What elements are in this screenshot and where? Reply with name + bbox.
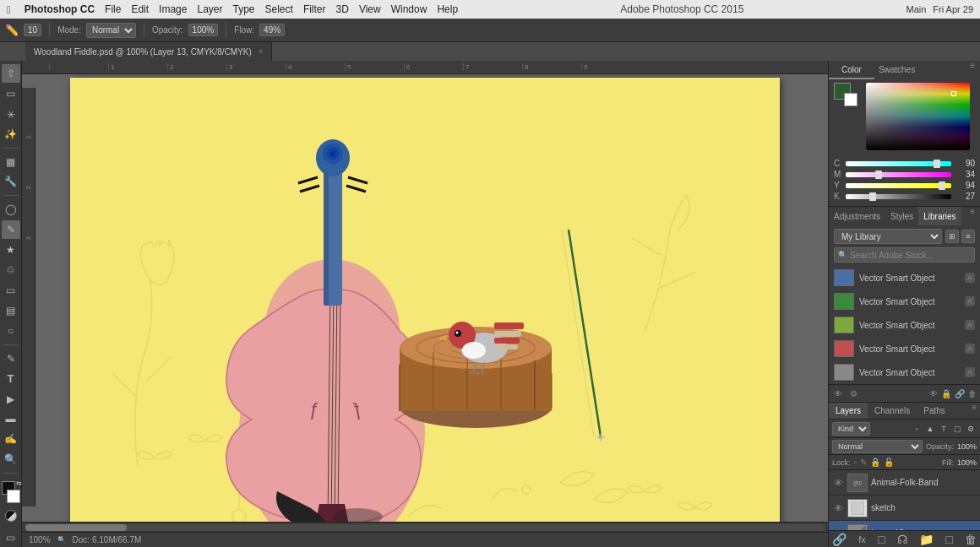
- filter-smart-icon[interactable]: ⚙: [965, 423, 977, 435]
- menu-filter[interactable]: Filter: [303, 3, 326, 15]
- lib-grid-view-icon[interactable]: ⊞: [945, 230, 959, 243]
- lib-hide-icon[interactable]: 👁: [929, 389, 938, 398]
- layer-mask-icon[interactable]: □: [878, 533, 885, 546]
- scroll-thumb-h[interactable]: [25, 524, 127, 531]
- m-slider-track[interactable]: [846, 172, 951, 177]
- tool-lasso[interactable]: ⚹: [2, 105, 20, 123]
- tool-history[interactable]: ♲: [2, 261, 20, 279]
- filter-adj-icon[interactable]: ▲: [924, 423, 936, 435]
- layer-fx-icon[interactable]: fx: [858, 534, 866, 544]
- flow-value[interactable]: 49%: [259, 24, 285, 36]
- layer-eye-group[interactable]: 👁: [832, 478, 844, 488]
- tool-zoom[interactable]: 🔍: [2, 450, 20, 468]
- tab-color[interactable]: Color: [829, 61, 874, 79]
- tool-hand[interactable]: ✍: [2, 430, 20, 448]
- tool-crop[interactable]: ▦: [2, 153, 20, 171]
- y-slider-handle[interactable]: [939, 181, 945, 190]
- layer-kind-select[interactable]: Kind: [832, 422, 870, 436]
- layer-row-sketch[interactable]: 👁 sketch: [829, 496, 980, 521]
- lib-lock-icon[interactable]: 🔒: [941, 389, 951, 398]
- menu-window[interactable]: Window: [391, 3, 427, 15]
- menu-type[interactable]: Type: [233, 3, 255, 15]
- brush-size[interactable]: 10: [24, 24, 41, 36]
- k-slider-handle[interactable]: [869, 192, 876, 201]
- layer-adjustment-icon[interactable]: ☊: [897, 533, 907, 546]
- tool-pen[interactable]: ✎: [2, 349, 20, 368]
- filter-pixel-icon[interactable]: ▫: [911, 423, 923, 435]
- tool-dodge[interactable]: ○: [2, 322, 20, 340]
- tab-swatches[interactable]: Swatches: [874, 61, 920, 79]
- tab-styles[interactable]: Styles: [885, 207, 918, 225]
- tool-shape[interactable]: ▬: [2, 410, 20, 429]
- layer-eye-sketch[interactable]: 👁: [832, 503, 844, 513]
- opacity-value[interactable]: 100%: [957, 442, 977, 451]
- scroll-track-h[interactable]: [25, 524, 825, 531]
- c-slider-handle[interactable]: [934, 160, 940, 168]
- tool-gradient[interactable]: ▤: [2, 301, 20, 320]
- menu-image[interactable]: Image: [159, 3, 187, 15]
- menu-layer[interactable]: Layer: [197, 3, 222, 15]
- mode-select[interactable]: Normal: [86, 23, 136, 38]
- lib-link-icon[interactable]: 🔗: [955, 389, 965, 398]
- tab-close-icon[interactable]: ×: [259, 47, 263, 56]
- lock-all-icon[interactable]: 🔓: [884, 458, 894, 467]
- screen-mode-icon[interactable]: ▭: [2, 528, 20, 547]
- opacity-value[interactable]: 100%: [188, 24, 219, 36]
- tool-magic-wand[interactable]: ✨: [2, 125, 20, 144]
- tab-channels[interactable]: Channels: [868, 403, 917, 419]
- bg-color[interactable]: [7, 490, 20, 503]
- filter-shape-icon[interactable]: ▢: [951, 423, 963, 435]
- tool-spot-heal[interactable]: ◯: [2, 200, 20, 219]
- lib-list-view-icon[interactable]: ≡: [961, 230, 975, 243]
- c-slider-track[interactable]: [846, 161, 951, 166]
- tool-path-select[interactable]: ▶: [2, 390, 20, 409]
- tool-select-rect[interactable]: ▭: [2, 84, 20, 103]
- color-spectrum-container[interactable]: [861, 83, 975, 154]
- tab-adjustments[interactable]: Adjustments: [829, 207, 885, 225]
- canvas-scroll-area[interactable]: ƒ ƒ: [22, 74, 828, 522]
- lib-item-2[interactable]: Vector Smart Object A: [829, 313, 980, 337]
- lib-action-icon-2[interactable]: ⚙: [847, 387, 859, 399]
- layers-panel-menu-icon[interactable]: ≡: [968, 403, 980, 419]
- tab-libraries[interactable]: Libraries: [918, 207, 961, 225]
- lock-transparent-icon[interactable]: ▫: [854, 458, 858, 467]
- fill-value[interactable]: 100%: [957, 458, 977, 467]
- quick-mask-icon[interactable]: [2, 506, 20, 525]
- document-tab[interactable]: Woodland Fiddle.psd @ 100% (Layer 13, CM…: [25, 42, 272, 61]
- canvas-scrollbar-horizontal[interactable]: [22, 522, 828, 532]
- tool-brush[interactable]: ✎: [2, 220, 20, 239]
- lock-position-icon[interactable]: 🔒: [870, 458, 880, 467]
- menu-view[interactable]: View: [359, 3, 381, 15]
- m-slider-handle[interactable]: [875, 171, 882, 179]
- layer-delete-icon[interactable]: 🗑: [965, 533, 977, 546]
- lib-item-3[interactable]: Vector Smart Object A: [829, 337, 980, 360]
- color-panel-menu-icon[interactable]: ≡: [965, 61, 980, 79]
- menu-edit[interactable]: Edit: [131, 3, 149, 15]
- canvas-frame[interactable]: ƒ ƒ: [70, 78, 780, 522]
- layer-new-icon[interactable]: □: [945, 533, 952, 546]
- swap-colors-icon[interactable]: ⇆: [16, 479, 22, 487]
- menu-3d[interactable]: 3D: [336, 3, 349, 15]
- filter-type-icon[interactable]: T: [938, 423, 950, 435]
- color-spectrum[interactable]: [866, 83, 970, 150]
- fg-bg-colors[interactable]: ⇆: [0, 481, 22, 503]
- library-dropdown[interactable]: My Library: [834, 229, 942, 244]
- layer-link-icon[interactable]: 🔗: [832, 533, 847, 546]
- background-color[interactable]: [844, 93, 858, 106]
- lib-item-0[interactable]: Vector Smart Object A: [829, 266, 980, 290]
- menu-select[interactable]: Select: [265, 3, 293, 15]
- tab-paths[interactable]: Paths: [917, 403, 952, 419]
- layer-row-group[interactable]: 👁 grp Animal-Folk-Band: [829, 470, 980, 496]
- lock-image-icon[interactable]: ✎: [860, 458, 867, 467]
- y-slider-track[interactable]: [846, 183, 951, 188]
- tab-layers[interactable]: Layers: [829, 403, 868, 419]
- layer-row-13[interactable]: 👁 Layer 13: [829, 521, 980, 530]
- color-fg-bg-swatches[interactable]: [834, 83, 858, 106]
- library-search[interactable]: 🔍 Search Adobe Stock...: [834, 247, 975, 263]
- layer-folder-icon[interactable]: 📁: [919, 533, 934, 546]
- k-slider-track[interactable]: [846, 194, 951, 199]
- tool-eraser[interactable]: ▭: [2, 281, 20, 300]
- menu-file[interactable]: File: [105, 3, 121, 15]
- menu-help[interactable]: Help: [437, 3, 458, 15]
- lib-item-4[interactable]: Vector Smart Object A: [829, 360, 980, 384]
